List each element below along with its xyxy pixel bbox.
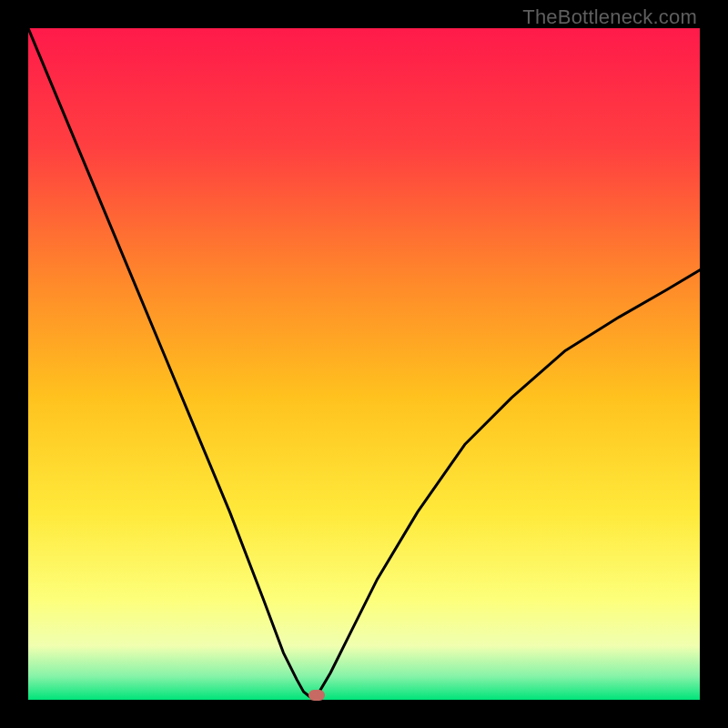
- bottleneck-curve: [28, 28, 700, 700]
- plot-area: [28, 28, 700, 700]
- chart-container: TheBottleneck.com: [0, 0, 728, 728]
- bottleneck-marker: [308, 690, 325, 701]
- watermark-text: TheBottleneck.com: [522, 5, 697, 29]
